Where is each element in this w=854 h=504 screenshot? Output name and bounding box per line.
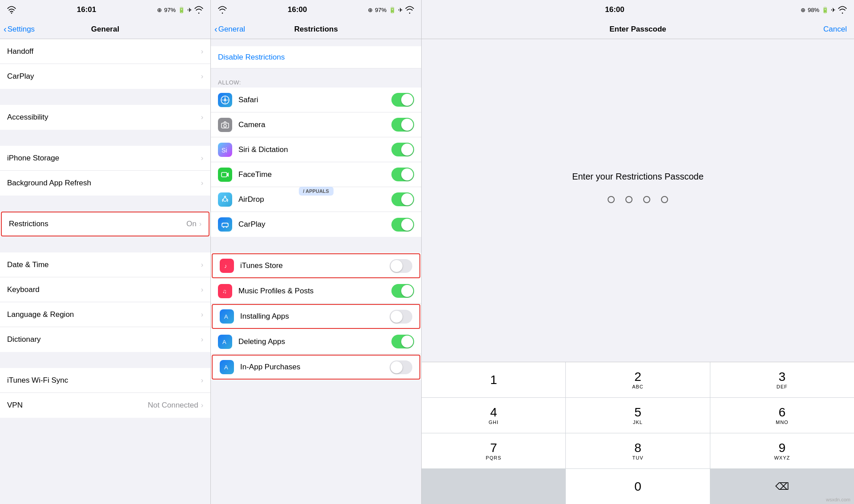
- carplay-label: CarPlay: [7, 72, 201, 81]
- restrictions-label: Restrictions: [9, 220, 186, 228]
- settings-list: Handoff › CarPlay › Accessibility › iPho…: [0, 39, 210, 504]
- toggle-deleting[interactable]: A Deleting Apps: [211, 329, 421, 354]
- toggle-facetime[interactable]: FaceTime: [211, 162, 421, 187]
- svg-point-3: [409, 12, 411, 14]
- cancel-button[interactable]: Cancel: [823, 25, 847, 34]
- camera-label: Camera: [238, 120, 391, 129]
- key-3[interactable]: 3 DEF: [710, 362, 854, 397]
- svg-point-1: [198, 12, 200, 14]
- disable-row[interactable]: Disable Restrictions: [211, 46, 421, 68]
- key-7[interactable]: 7 PQRS: [422, 433, 565, 468]
- key-2-number: 2: [634, 371, 641, 383]
- panel-passcode: 16:00 ⊕ 98% 🔋 ✈ Enter Passcode Cancel En…: [422, 0, 854, 504]
- svg-text:A: A: [222, 339, 226, 345]
- key-8[interactable]: 8 TUV: [566, 433, 709, 468]
- row-restrictions[interactable]: Restrictions On ›: [1, 212, 209, 236]
- nav-title-1: General: [91, 25, 119, 34]
- camera-toggle[interactable]: [391, 118, 414, 132]
- key-6-number: 6: [779, 406, 786, 419]
- vpn-label: VPN: [7, 401, 148, 410]
- key-3-letters: DEF: [777, 384, 788, 389]
- restrictions-value: On: [186, 220, 197, 228]
- wsxdn-watermark: wsxdn.com: [826, 497, 850, 502]
- key-0[interactable]: 0: [566, 469, 709, 504]
- toggle-camera[interactable]: Camera: [211, 112, 421, 137]
- key-3-number: 3: [779, 371, 786, 383]
- location-icon-1: ⊕: [157, 7, 162, 13]
- row-carplay[interactable]: CarPlay ›: [0, 64, 210, 89]
- carplay-toggle2[interactable]: [391, 218, 414, 232]
- key-2[interactable]: 2 ABC: [566, 362, 709, 397]
- back-button-2[interactable]: ‹ General: [214, 24, 245, 34]
- disable-label[interactable]: Disable Restrictions: [218, 53, 285, 62]
- toggle-safari[interactable]: Safari: [211, 88, 421, 112]
- passcode-prompt-title: Enter your Restrictions Passcode: [572, 172, 704, 182]
- deleting-toggle[interactable]: [391, 335, 414, 348]
- row-bg-refresh[interactable]: Background App Refresh ›: [0, 171, 210, 196]
- key-7-letters: PQRS: [486, 455, 501, 460]
- section-top: Handoff › CarPlay ›: [0, 39, 210, 89]
- installing-toggle[interactable]: [390, 310, 412, 324]
- key-9-number: 9: [779, 442, 786, 454]
- safari-toggle[interactable]: [391, 93, 414, 107]
- music-label: Music Profiles & Posts: [238, 287, 391, 296]
- back-label-1: Settings: [8, 25, 35, 34]
- key-1[interactable]: 1: [422, 362, 565, 397]
- toggle-carplay[interactable]: CarPlay: [211, 212, 421, 237]
- section-storage: iPhone Storage › Background App Refresh …: [0, 146, 210, 196]
- row-vpn[interactable]: VPN Not Connected ›: [0, 393, 210, 418]
- passcode-dot-1: [608, 196, 615, 203]
- key-6[interactable]: 6 MNO: [710, 398, 854, 433]
- svg-text:Si: Si: [222, 147, 227, 154]
- handoff-label: Handoff: [7, 47, 201, 56]
- battery-pct-3: 98%: [808, 7, 819, 13]
- iphone-storage-chevron: ›: [201, 154, 203, 162]
- music-toggle[interactable]: [391, 284, 414, 298]
- row-accessibility[interactable]: Accessibility ›: [0, 105, 210, 130]
- toggle-music[interactable]: ♫ Music Profiles & Posts: [211, 279, 421, 304]
- passcode-dots: [608, 196, 668, 203]
- allow-header: ALLOW:: [211, 76, 421, 88]
- row-language[interactable]: Language & Region ›: [0, 302, 210, 327]
- siri-icon: Si: [218, 143, 232, 157]
- wifi-icon: [7, 5, 16, 14]
- toggle-itunes[interactable]: ♪ iTunes Store: [212, 253, 420, 278]
- appstore-icon: A: [220, 309, 234, 324]
- delete-icon: ⌫: [775, 481, 789, 492]
- safari-label: Safari: [238, 96, 391, 104]
- facetime-label: FaceTime: [238, 170, 391, 179]
- toggle-airdrop[interactable]: AirDrop: [211, 187, 421, 212]
- status-right-1: ⊕ 97% 🔋 ✈: [157, 5, 203, 14]
- row-datetime[interactable]: Date & Time ›: [0, 252, 210, 277]
- key-4-number: 4: [490, 406, 497, 419]
- row-handoff[interactable]: Handoff ›: [0, 39, 210, 64]
- itunes-toggle[interactable]: [390, 259, 412, 273]
- key-5[interactable]: 5 JKL: [566, 398, 709, 433]
- key-9[interactable]: 9 WXYZ: [710, 433, 854, 468]
- back-button-1[interactable]: ‹ Settings: [4, 24, 35, 34]
- spacer-allow2: [211, 237, 421, 253]
- row-dictionary[interactable]: Dictionary ›: [0, 327, 210, 352]
- passcode-dot-3: [643, 196, 650, 203]
- svg-point-13: [223, 198, 227, 201]
- facetime-toggle[interactable]: [391, 168, 414, 181]
- svg-text:♫: ♫: [222, 288, 227, 295]
- key-4[interactable]: 4 GHI: [422, 398, 565, 433]
- signal-icon-3: [838, 5, 847, 14]
- row-iphone-storage[interactable]: iPhone Storage ›: [0, 146, 210, 171]
- siri-toggle[interactable]: [391, 143, 414, 156]
- svg-point-16: [226, 227, 227, 228]
- nav-title-3: Enter Passcode: [609, 25, 666, 34]
- inapp-toggle[interactable]: [390, 360, 412, 374]
- toggle-siri[interactable]: Si Siri & Dictation: [211, 137, 421, 162]
- toggle-inapp[interactable]: A In-App Purchases: [212, 355, 420, 380]
- row-keyboard[interactable]: Keyboard ›: [0, 277, 210, 302]
- sep-2: [0, 130, 210, 146]
- toggle-installing[interactable]: A Installing Apps: [212, 304, 420, 329]
- svg-text:A: A: [224, 313, 228, 320]
- delete-apps-icon: A: [218, 335, 232, 349]
- airdrop-toggle[interactable]: [391, 192, 414, 206]
- row-itunes-sync[interactable]: iTunes Wi-Fi Sync ›: [0, 368, 210, 393]
- key-7-number: 7: [490, 442, 497, 454]
- bg-refresh-label: Background App Refresh: [7, 179, 201, 188]
